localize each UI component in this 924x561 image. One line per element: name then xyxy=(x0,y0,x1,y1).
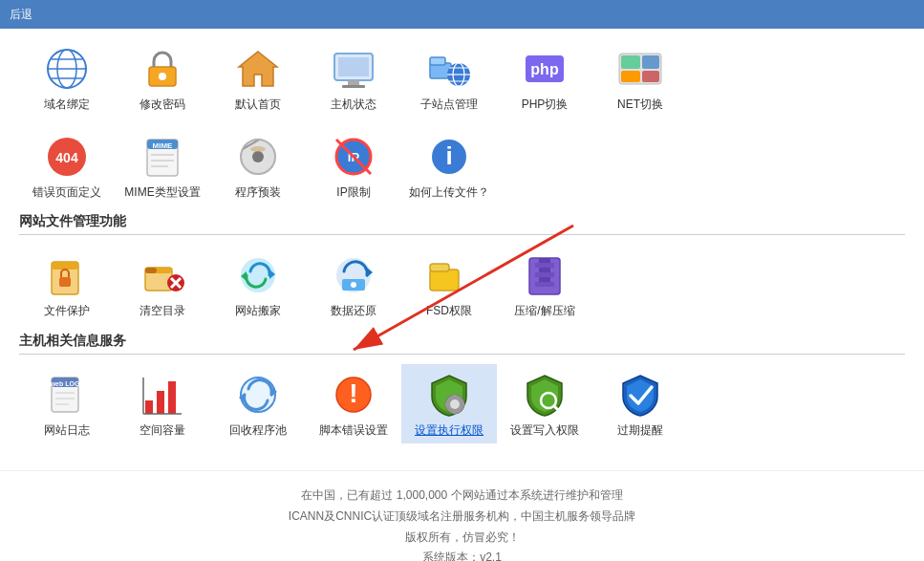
svg-rect-23 xyxy=(642,55,659,69)
zip-icon xyxy=(520,250,569,300)
svg-rect-92 xyxy=(453,410,457,414)
svg-rect-22 xyxy=(621,55,640,69)
svg-point-61 xyxy=(351,282,356,288)
recycle-pool-icon xyxy=(233,370,283,420)
item-mime[interactable]: MIME MIME类型设置 xyxy=(115,126,210,206)
file-protect-icon xyxy=(42,250,92,300)
clear-dir-icon xyxy=(138,250,187,300)
svg-rect-65 xyxy=(539,258,550,263)
upload-help-icon: i xyxy=(424,132,474,182)
item-fsd[interactable]: FSD权限 xyxy=(401,245,497,325)
svg-rect-68 xyxy=(535,263,554,268)
change-password-icon xyxy=(138,44,187,94)
expiry-remind-icon xyxy=(615,370,665,420)
domain-bind-icon xyxy=(42,44,92,94)
svg-rect-91 xyxy=(453,395,457,399)
footer-line1: 在中国，已有超过 1,000,000 个网站通过本系统进行维护和管理 xyxy=(0,485,924,507)
write-perm-label: 设置写入权限 xyxy=(510,423,579,439)
ip-restrict-label: IP限制 xyxy=(336,185,370,201)
item-change-password[interactable]: 修改密码 xyxy=(115,38,210,119)
file-manage-section: 文件保护 清空目录 xyxy=(19,245,905,325)
net-switch-icon xyxy=(615,44,665,94)
svg-rect-13 xyxy=(430,57,445,65)
icon-row-file: 文件保护 清空目录 xyxy=(19,245,905,325)
svg-rect-9 xyxy=(338,57,369,76)
svg-rect-46 xyxy=(52,262,78,270)
item-script-error[interactable]: ! 脚本错误设置 xyxy=(306,364,401,444)
mime-icon: MIME xyxy=(138,132,187,182)
item-subsite-manage[interactable]: 子站点管理 xyxy=(401,38,497,119)
item-clear-dir[interactable]: 清空目录 xyxy=(115,245,210,325)
net-switch-label: NET切换 xyxy=(617,97,663,113)
svg-rect-70 xyxy=(535,282,554,287)
top-bar: 后退 xyxy=(0,0,924,29)
svg-text:php: php xyxy=(530,61,559,77)
item-preinstall[interactable]: 程序预装 xyxy=(210,126,306,206)
item-write-perm[interactable]: 设置写入权限 xyxy=(497,364,592,444)
item-data-restore[interactable]: 数据还原 xyxy=(306,245,401,325)
item-ip-restrict[interactable]: IP IP限制 xyxy=(306,126,401,206)
footer-line2: ICANN及CNNIC认证顶级域名注册服务机构，中国主机服务领导品牌 xyxy=(0,507,924,528)
item-expiry-remind[interactable]: 过期提醒 xyxy=(592,364,688,444)
back-text[interactable]: 后退 xyxy=(10,7,32,23)
host-status-label: 主机状态 xyxy=(331,97,376,113)
item-host-status[interactable]: 主机状态 xyxy=(306,38,401,119)
icon-row-host: web LOG 网站日志 空间容量 xyxy=(19,364,905,444)
error-page-icon: 404 xyxy=(42,132,92,182)
exec-perm-label: 设置执行权限 xyxy=(415,423,483,439)
footer-line4: 系统版本：v2.1 xyxy=(0,548,924,561)
data-restore-label: 数据还原 xyxy=(331,304,376,319)
svg-text:!: ! xyxy=(349,378,357,408)
script-error-label: 脚本错误设置 xyxy=(319,423,388,439)
item-upload-help[interactable]: i 如何上传文件？ xyxy=(401,126,497,206)
svg-rect-66 xyxy=(539,268,550,272)
footer: 在中国，已有超过 1,000,000 个网站通过本系统进行维护和管理 ICANN… xyxy=(0,470,924,561)
svg-rect-79 xyxy=(145,400,153,414)
subsite-manage-label: 子站点管理 xyxy=(420,97,478,113)
clear-dir-label: 清空目录 xyxy=(140,304,185,319)
script-error-icon: ! xyxy=(329,370,378,420)
mime-label: MIME类型设置 xyxy=(124,185,200,201)
item-site-move[interactable]: 网站搬家 xyxy=(210,245,306,325)
svg-rect-24 xyxy=(621,71,640,82)
svg-rect-69 xyxy=(535,272,554,277)
svg-rect-93 xyxy=(445,402,449,406)
footer-line3: 版权所有，仿冒必究！ xyxy=(0,528,924,549)
item-error-page[interactable]: 404 错误页面定义 xyxy=(19,126,115,206)
svg-rect-80 xyxy=(157,391,164,414)
main-content: 域名绑定 修改密码 默认首页 xyxy=(0,29,924,461)
php-switch-label: PHP切换 xyxy=(522,97,569,113)
subsite-manage-icon xyxy=(424,44,474,94)
icon-row-2: 404 错误页面定义 MIME MIME类型设置 xyxy=(19,126,905,206)
item-site-log[interactable]: web LOG 网站日志 xyxy=(19,364,115,444)
item-net-switch[interactable]: NET切换 xyxy=(592,38,688,119)
default-home-icon xyxy=(233,44,283,94)
recycle-pool-label: 回收程序池 xyxy=(229,423,287,439)
preinstall-label: 程序预装 xyxy=(235,185,281,201)
change-password-label: 修改密码 xyxy=(140,97,185,113)
item-zip[interactable]: 压缩/解压缩 xyxy=(497,245,592,325)
svg-point-90 xyxy=(450,399,460,409)
exec-perm-icon xyxy=(424,370,474,420)
item-file-protect[interactable]: 文件保护 xyxy=(19,245,115,325)
svg-text:404: 404 xyxy=(55,150,78,165)
svg-point-38 xyxy=(250,146,266,152)
preinstall-icon xyxy=(233,132,283,182)
site-log-label: 网站日志 xyxy=(44,423,90,439)
item-recycle-pool[interactable]: 回收程序池 xyxy=(210,364,306,444)
svg-text:web LOG: web LOG xyxy=(50,380,80,387)
php-switch-icon: php xyxy=(520,44,569,94)
svg-rect-47 xyxy=(59,277,71,287)
item-domain-bind[interactable]: 域名绑定 xyxy=(19,38,115,119)
domain-bind-label: 域名绑定 xyxy=(44,97,90,113)
file-manage-title: 网站文件管理功能 xyxy=(19,213,905,235)
item-default-home[interactable]: 默认首页 xyxy=(210,38,306,119)
host-status-icon xyxy=(329,44,378,94)
item-php-switch[interactable]: php PHP切换 xyxy=(497,38,592,119)
fsd-label: FSD权限 xyxy=(426,304,472,319)
zip-label: 压缩/解压缩 xyxy=(514,304,574,319)
upload-help-label: 如何上传文件？ xyxy=(409,185,489,201)
expiry-remind-label: 过期提醒 xyxy=(617,423,663,439)
item-exec-perm[interactable]: 设置执行权限 xyxy=(401,364,497,444)
item-space-capacity[interactable]: 空间容量 xyxy=(115,364,210,444)
